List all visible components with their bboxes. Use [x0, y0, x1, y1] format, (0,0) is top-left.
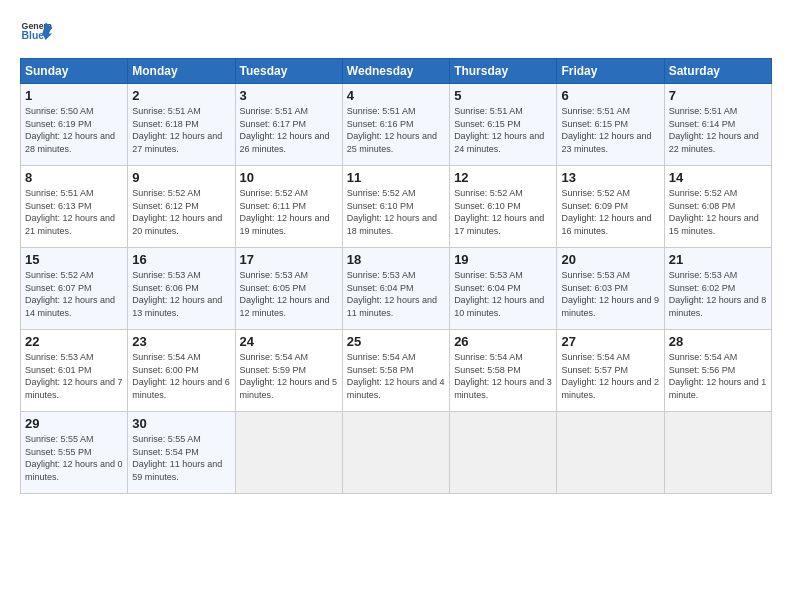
day-number: 26	[454, 334, 552, 349]
day-info: Sunrise: 5:54 AMSunset: 6:00 PMDaylight:…	[132, 351, 230, 401]
calendar-cell	[450, 412, 557, 494]
calendar-cell: 11Sunrise: 5:52 AMSunset: 6:10 PMDayligh…	[342, 166, 449, 248]
day-info: Sunrise: 5:51 AMSunset: 6:15 PMDaylight:…	[454, 105, 552, 155]
calendar-cell: 14Sunrise: 5:52 AMSunset: 6:08 PMDayligh…	[664, 166, 771, 248]
calendar-cell	[342, 412, 449, 494]
day-info: Sunrise: 5:53 AMSunset: 6:03 PMDaylight:…	[561, 269, 659, 319]
calendar-cell: 17Sunrise: 5:53 AMSunset: 6:05 PMDayligh…	[235, 248, 342, 330]
calendar-cell: 24Sunrise: 5:54 AMSunset: 5:59 PMDayligh…	[235, 330, 342, 412]
calendar-cell: 3Sunrise: 5:51 AMSunset: 6:17 PMDaylight…	[235, 84, 342, 166]
calendar-cell: 12Sunrise: 5:52 AMSunset: 6:10 PMDayligh…	[450, 166, 557, 248]
day-number: 8	[25, 170, 123, 185]
day-info: Sunrise: 5:54 AMSunset: 5:59 PMDaylight:…	[240, 351, 338, 401]
calendar-cell	[235, 412, 342, 494]
day-info: Sunrise: 5:50 AMSunset: 6:19 PMDaylight:…	[25, 105, 123, 155]
day-info: Sunrise: 5:55 AMSunset: 5:55 PMDaylight:…	[25, 433, 123, 483]
calendar-cell: 22Sunrise: 5:53 AMSunset: 6:01 PMDayligh…	[21, 330, 128, 412]
calendar-table: SundayMondayTuesdayWednesdayThursdayFrid…	[20, 58, 772, 494]
day-number: 22	[25, 334, 123, 349]
day-number: 20	[561, 252, 659, 267]
day-number: 9	[132, 170, 230, 185]
day-number: 10	[240, 170, 338, 185]
calendar-cell: 25Sunrise: 5:54 AMSunset: 5:58 PMDayligh…	[342, 330, 449, 412]
calendar-cell: 10Sunrise: 5:52 AMSunset: 6:11 PMDayligh…	[235, 166, 342, 248]
day-number: 14	[669, 170, 767, 185]
day-header-monday: Monday	[128, 59, 235, 84]
day-number: 3	[240, 88, 338, 103]
day-info: Sunrise: 5:52 AMSunset: 6:07 PMDaylight:…	[25, 269, 123, 319]
day-number: 4	[347, 88, 445, 103]
day-info: Sunrise: 5:52 AMSunset: 6:11 PMDaylight:…	[240, 187, 338, 237]
day-info: Sunrise: 5:53 AMSunset: 6:06 PMDaylight:…	[132, 269, 230, 319]
calendar-cell: 5Sunrise: 5:51 AMSunset: 6:15 PMDaylight…	[450, 84, 557, 166]
day-info: Sunrise: 5:51 AMSunset: 6:16 PMDaylight:…	[347, 105, 445, 155]
day-number: 6	[561, 88, 659, 103]
day-info: Sunrise: 5:55 AMSunset: 5:54 PMDaylight:…	[132, 433, 230, 483]
day-header-saturday: Saturday	[664, 59, 771, 84]
day-number: 1	[25, 88, 123, 103]
day-info: Sunrise: 5:52 AMSunset: 6:10 PMDaylight:…	[454, 187, 552, 237]
day-number: 12	[454, 170, 552, 185]
calendar-cell: 15Sunrise: 5:52 AMSunset: 6:07 PMDayligh…	[21, 248, 128, 330]
day-number: 11	[347, 170, 445, 185]
calendar-cell: 2Sunrise: 5:51 AMSunset: 6:18 PMDaylight…	[128, 84, 235, 166]
day-header-friday: Friday	[557, 59, 664, 84]
day-info: Sunrise: 5:52 AMSunset: 6:08 PMDaylight:…	[669, 187, 767, 237]
day-number: 18	[347, 252, 445, 267]
day-number: 15	[25, 252, 123, 267]
calendar-cell: 9Sunrise: 5:52 AMSunset: 6:12 PMDaylight…	[128, 166, 235, 248]
day-number: 24	[240, 334, 338, 349]
calendar-cell	[664, 412, 771, 494]
day-info: Sunrise: 5:51 AMSunset: 6:15 PMDaylight:…	[561, 105, 659, 155]
day-number: 21	[669, 252, 767, 267]
day-number: 7	[669, 88, 767, 103]
day-info: Sunrise: 5:54 AMSunset: 5:56 PMDaylight:…	[669, 351, 767, 401]
svg-text:Blue: Blue	[22, 30, 45, 41]
calendar-cell: 21Sunrise: 5:53 AMSunset: 6:02 PMDayligh…	[664, 248, 771, 330]
day-number: 25	[347, 334, 445, 349]
page-header: General Blue	[20, 16, 772, 48]
day-number: 16	[132, 252, 230, 267]
day-info: Sunrise: 5:53 AMSunset: 6:04 PMDaylight:…	[454, 269, 552, 319]
calendar-cell	[557, 412, 664, 494]
calendar-cell: 7Sunrise: 5:51 AMSunset: 6:14 PMDaylight…	[664, 84, 771, 166]
day-number: 29	[25, 416, 123, 431]
day-info: Sunrise: 5:53 AMSunset: 6:04 PMDaylight:…	[347, 269, 445, 319]
day-info: Sunrise: 5:54 AMSunset: 5:58 PMDaylight:…	[454, 351, 552, 401]
day-info: Sunrise: 5:51 AMSunset: 6:18 PMDaylight:…	[132, 105, 230, 155]
calendar-cell: 29Sunrise: 5:55 AMSunset: 5:55 PMDayligh…	[21, 412, 128, 494]
calendar-cell: 16Sunrise: 5:53 AMSunset: 6:06 PMDayligh…	[128, 248, 235, 330]
day-header-thursday: Thursday	[450, 59, 557, 84]
calendar-cell: 30Sunrise: 5:55 AMSunset: 5:54 PMDayligh…	[128, 412, 235, 494]
day-info: Sunrise: 5:52 AMSunset: 6:10 PMDaylight:…	[347, 187, 445, 237]
day-info: Sunrise: 5:52 AMSunset: 6:09 PMDaylight:…	[561, 187, 659, 237]
day-number: 30	[132, 416, 230, 431]
calendar-cell: 27Sunrise: 5:54 AMSunset: 5:57 PMDayligh…	[557, 330, 664, 412]
day-number: 27	[561, 334, 659, 349]
day-info: Sunrise: 5:54 AMSunset: 5:58 PMDaylight:…	[347, 351, 445, 401]
day-number: 17	[240, 252, 338, 267]
logo: General Blue	[20, 16, 52, 48]
day-number: 28	[669, 334, 767, 349]
calendar-cell: 18Sunrise: 5:53 AMSunset: 6:04 PMDayligh…	[342, 248, 449, 330]
day-info: Sunrise: 5:53 AMSunset: 6:05 PMDaylight:…	[240, 269, 338, 319]
day-header-tuesday: Tuesday	[235, 59, 342, 84]
day-info: Sunrise: 5:51 AMSunset: 6:14 PMDaylight:…	[669, 105, 767, 155]
calendar-cell: 26Sunrise: 5:54 AMSunset: 5:58 PMDayligh…	[450, 330, 557, 412]
calendar-cell: 13Sunrise: 5:52 AMSunset: 6:09 PMDayligh…	[557, 166, 664, 248]
day-number: 19	[454, 252, 552, 267]
calendar-cell: 1Sunrise: 5:50 AMSunset: 6:19 PMDaylight…	[21, 84, 128, 166]
calendar-cell: 28Sunrise: 5:54 AMSunset: 5:56 PMDayligh…	[664, 330, 771, 412]
day-number: 13	[561, 170, 659, 185]
day-info: Sunrise: 5:53 AMSunset: 6:01 PMDaylight:…	[25, 351, 123, 401]
day-number: 23	[132, 334, 230, 349]
day-info: Sunrise: 5:52 AMSunset: 6:12 PMDaylight:…	[132, 187, 230, 237]
calendar-cell: 6Sunrise: 5:51 AMSunset: 6:15 PMDaylight…	[557, 84, 664, 166]
day-header-sunday: Sunday	[21, 59, 128, 84]
day-header-wednesday: Wednesday	[342, 59, 449, 84]
day-info: Sunrise: 5:54 AMSunset: 5:57 PMDaylight:…	[561, 351, 659, 401]
day-info: Sunrise: 5:53 AMSunset: 6:02 PMDaylight:…	[669, 269, 767, 319]
day-number: 2	[132, 88, 230, 103]
day-number: 5	[454, 88, 552, 103]
calendar-cell: 20Sunrise: 5:53 AMSunset: 6:03 PMDayligh…	[557, 248, 664, 330]
